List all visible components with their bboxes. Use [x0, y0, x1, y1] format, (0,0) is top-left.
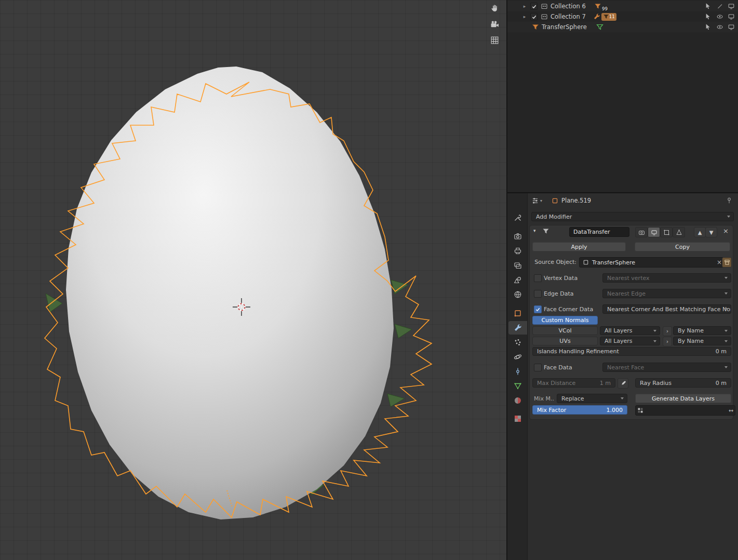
uvs-layers-dropdown[interactable]: All Layers [600, 337, 660, 345]
outliner-row-collection-6[interactable]: ▸ Collection 6 99 [507, 1, 738, 11]
outliner-row-collection-7[interactable]: ▸ Collection 7 11 [507, 11, 738, 22]
move-down-button[interactable]: ▼ [705, 227, 717, 237]
grid-ortho-icon[interactable] [489, 34, 500, 46]
modifier-name-input[interactable]: DataTransfer [569, 227, 629, 237]
islands-refinement-slider[interactable]: Islands Handling Refinement 0 m [532, 347, 731, 356]
pin-icon[interactable] [726, 197, 733, 206]
apply-button[interactable]: Apply [532, 242, 626, 251]
breadcrumb: Plane.519 [552, 197, 591, 204]
disable-viewport-icon[interactable] [728, 23, 735, 31]
tab-material[interactable] [509, 394, 527, 407]
copy-label: Copy [675, 244, 690, 250]
object-transform-toggle[interactable] [722, 257, 732, 268]
invert-vgroup-icon[interactable]: ↔ [729, 407, 733, 414]
mix-mode-dropdown[interactable]: Replace [557, 394, 627, 403]
selectable-cursor-icon[interactable] [705, 13, 712, 20]
tab-texture[interactable] [509, 412, 527, 425]
expand-arrow-icon[interactable]: ▸ [521, 4, 528, 9]
tab-view-layer[interactable] [509, 259, 527, 272]
edge-data-checkbox[interactable] [534, 290, 542, 298]
vertex-data-checkbox[interactable] [534, 274, 542, 282]
eyedropper-icon[interactable] [618, 378, 628, 389]
move-up-button[interactable]: ▲ [694, 227, 706, 237]
vcol-toggle[interactable]: VCol [532, 326, 598, 335]
mix-factor-value: 1.000 [607, 407, 623, 414]
tab-scene[interactable] [509, 273, 527, 287]
collection-checkbox[interactable] [530, 13, 538, 20]
3d-viewport[interactable] [0, 0, 507, 560]
mix-mode-value: Replace [561, 395, 584, 402]
vcol-match-dropdown[interactable]: By Name [673, 326, 731, 335]
vertex-data-dropdown[interactable]: Nearest vertex [602, 273, 731, 283]
editor-type-button[interactable]: ▾ [531, 197, 542, 205]
collection-name[interactable]: Collection 7 [551, 13, 586, 20]
tab-world[interactable] [509, 288, 527, 301]
vcol-arrow-button[interactable]: › [663, 326, 672, 336]
selectable-cursor-icon[interactable] [705, 23, 712, 31]
face-data-checkbox[interactable] [534, 364, 542, 371]
copy-button[interactable]: Copy [635, 242, 730, 251]
ray-radius-slider[interactable]: Ray Radius 0 m [635, 378, 731, 388]
generate-data-layers-button[interactable]: Generate Data Layers [635, 394, 731, 403]
edge-data-label: Edge Data [544, 290, 573, 297]
tab-particles[interactable] [509, 336, 527, 349]
panel-collapse-icon[interactable]: ▾ [533, 228, 536, 233]
max-distance-slider[interactable]: Max Distance 1 m [532, 378, 615, 388]
selected-filter-chip[interactable]: 11 [601, 13, 616, 21]
face-data-label: Face Data [544, 364, 572, 371]
selectable-cursor-icon[interactable] [705, 3, 712, 10]
face-data-dropdown[interactable]: Nearest Face [602, 363, 731, 372]
uvs-match-dropdown[interactable]: By Name [673, 337, 731, 345]
datatransfer-modifier-icon [542, 228, 549, 235]
disable-viewport-icon[interactable] [728, 13, 735, 20]
face-corner-checkbox[interactable] [534, 305, 542, 313]
pan-hand-icon[interactable] [489, 2, 500, 14]
modifier-name-value: DataTransfer [573, 229, 610, 235]
tab-tool[interactable] [509, 211, 527, 224]
eye-icon[interactable] [716, 23, 723, 31]
uvs-layers-value: All Layers [605, 338, 633, 344]
properties-panel: ▾ Plane.519 Add Modifier ▾ [507, 193, 738, 560]
tab-object[interactable] [509, 306, 527, 320]
face-corner-dropdown[interactable]: Nearest Corner And Best Matching Face No… [602, 304, 731, 314]
uvs-toggle[interactable]: UVs [532, 337, 598, 345]
tab-modifiers[interactable] [508, 321, 527, 335]
uvs-arrow-button[interactable]: › [663, 337, 672, 346]
custom-normals-label: Custom Normals [541, 317, 588, 324]
custom-normals-toggle[interactable]: Custom Normals [532, 316, 598, 325]
add-modifier-dropdown[interactable]: Add Modifier [531, 212, 734, 221]
tab-physics[interactable] [509, 350, 527, 364]
hide-slash-icon[interactable] [716, 3, 723, 10]
mix-factor-slider[interactable]: Mix Factor 1.000 [532, 405, 627, 415]
tab-object-data[interactable] [509, 379, 527, 393]
source-object-field[interactable]: TransferSphere × [579, 257, 726, 268]
vertex-data-value: Nearest vertex [607, 275, 650, 282]
apply-label: Apply [571, 244, 587, 250]
oncage-toggle-icon[interactable] [673, 227, 685, 237]
outliner-row-transfersphere[interactable]: TransferSphere [507, 22, 738, 32]
vcol-layers-dropdown[interactable]: All Layers [600, 326, 660, 335]
uvs-match-value: By Name [678, 338, 704, 344]
vertex-group-field[interactable]: ↔ [635, 405, 735, 416]
render-toggle-icon[interactable] [635, 227, 648, 237]
object-icon [583, 259, 589, 265]
source-object-label: Source Object: [530, 259, 576, 265]
realtime-toggle-icon[interactable] [648, 227, 660, 237]
collection-name[interactable]: Collection 6 [551, 3, 586, 10]
mix-factor-label: Mix Factor [537, 407, 566, 414]
expand-arrow-icon[interactable]: ▸ [521, 14, 528, 19]
camera-view-icon[interactable] [489, 18, 500, 30]
eye-icon[interactable] [716, 13, 723, 20]
collection-checkbox[interactable] [530, 3, 538, 10]
disable-viewport-icon[interactable] [728, 3, 735, 10]
egg-mesh[interactable] [66, 66, 394, 519]
close-icon[interactable]: × [723, 227, 729, 235]
clear-source-icon[interactable]: × [717, 259, 722, 266]
editmode-toggle-icon[interactable] [660, 227, 673, 237]
edge-data-dropdown[interactable]: Nearest Edge [602, 289, 731, 298]
mix-mode-label: Mix M.. [534, 395, 554, 402]
tab-constraints[interactable] [509, 365, 527, 378]
object-name[interactable]: TransferSphere [542, 23, 587, 31]
tab-output[interactable] [509, 244, 527, 258]
tab-render[interactable] [509, 230, 527, 243]
